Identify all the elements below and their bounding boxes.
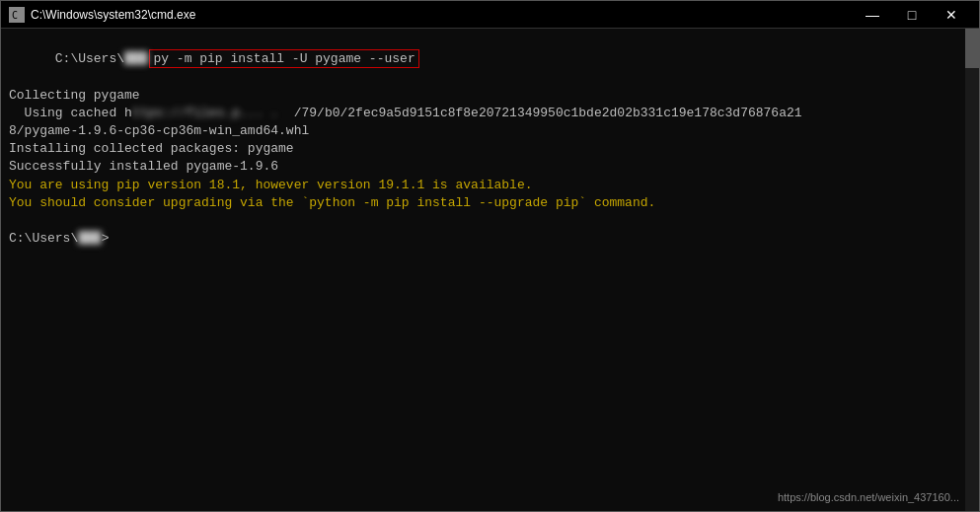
final-prompt-line: C:\Users\███> — [9, 230, 971, 248]
using-cached-line: Using cached https://files.p... . /79/b0… — [9, 105, 971, 122]
whl-line: 8/pygame-1.9.6-cp36-cp36m-win_amd64.whl — [9, 122, 971, 140]
scrollbar[interactable] — [965, 29, 979, 511]
command-highlighted: py -m pip install -U pygame --user — [149, 49, 418, 68]
cmd-prompt-prefix: C:\Users\ — [55, 51, 124, 66]
cmd-icon: C — [9, 7, 25, 23]
scrollbar-thumb[interactable] — [965, 29, 979, 68]
title-bar: C C:\Windows\system32\cmd.exe — □ ✕ — [1, 1, 979, 29]
window-title: C:\Windows\system32\cmd.exe — [31, 8, 195, 22]
collecting-line: Collecting pygame — [9, 87, 971, 105]
svg-text:C: C — [12, 10, 18, 21]
url-watermark: https://blog.csdn.net/weixin_437160... — [778, 490, 959, 505]
url-suffix: /79/b0/2fec9a5d9151c8f8e20721349950c1bde… — [294, 106, 802, 120]
cmd-window: C C:\Windows\system32\cmd.exe — □ ✕ C:\U… — [0, 0, 980, 512]
installing-line: Installing collected packages: pygame — [9, 140, 971, 158]
username-blurred: ███ — [124, 50, 147, 68]
minimize-button[interactable]: — — [853, 1, 892, 29]
close-button[interactable]: ✕ — [932, 1, 971, 29]
command-line: C:\Users\███py -m pip install -U pygame … — [9, 33, 971, 87]
window-controls: — □ ✕ — [853, 1, 971, 29]
success-line: Successfully installed pygame-1.9.6 — [9, 158, 971, 176]
pip-warning-2: You should consider upgrading via the `p… — [9, 194, 971, 212]
pip-warning-1: You are using pip version 18.1, however … — [9, 177, 971, 194]
maximize-button[interactable]: □ — [892, 1, 932, 29]
url-blurred: ttps://files.p... . — [132, 105, 278, 122]
title-bar-left: C C:\Windows\system32\cmd.exe — [9, 7, 195, 23]
empty-line — [9, 212, 971, 230]
console-output: C:\Users\███py -m pip install -U pygame … — [1, 29, 979, 511]
final-username-blurred: ███ — [78, 230, 101, 248]
